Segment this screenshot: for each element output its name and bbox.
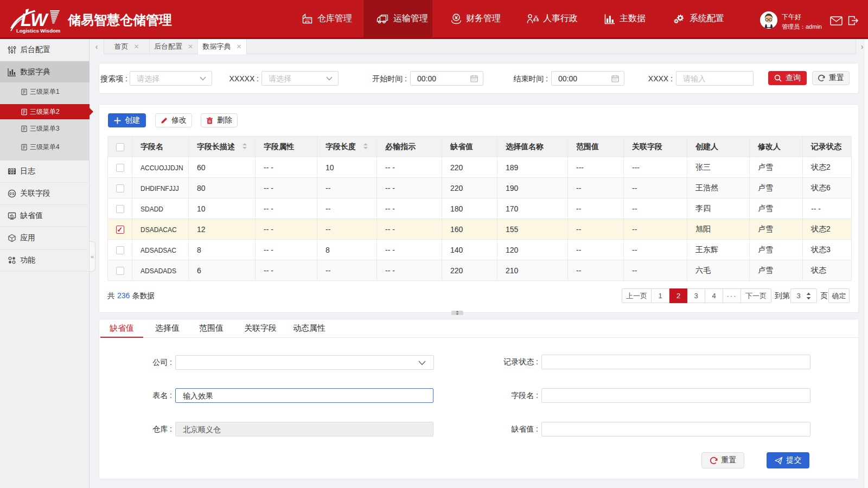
svg-text:LW: LW xyxy=(21,10,49,30)
svg-text:Logistics Wisdom: Logistics Wisdom xyxy=(16,28,60,34)
